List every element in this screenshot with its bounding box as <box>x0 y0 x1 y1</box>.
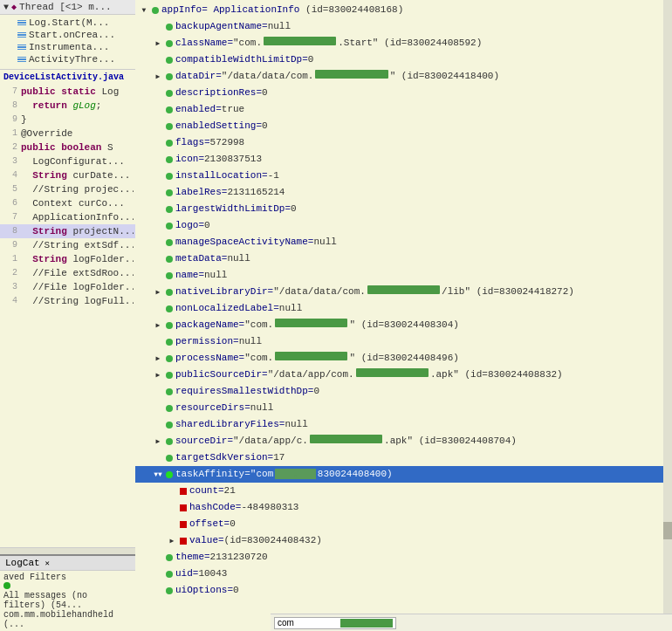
expand-arrow[interactable] <box>153 287 163 298</box>
thread-item-icon <box>17 20 26 26</box>
thread-header[interactable]: ▼ ◆ Thread [<1> m... <box>0 0 135 15</box>
var-value: 0 <box>291 202 297 216</box>
var-value: "/data/app/c. .apk" (id=830024408704) <box>233 434 517 449</box>
expand-arrow[interactable] <box>167 536 177 546</box>
var-dot <box>180 504 187 511</box>
var-row[interactable]: packageName= "com. " (id=830024408304) <box>135 317 672 333</box>
var-row[interactable]: compatibleWidthLimitDp= 0 <box>135 51 672 68</box>
filter-dot <box>3 582 10 589</box>
thread-item[interactable]: Instrumenta... <box>0 41 135 53</box>
var-row[interactable]: enabled= true <box>135 101 672 118</box>
var-dot <box>166 422 173 429</box>
thread-collapse-arrow[interactable]: ▼ <box>3 3 9 12</box>
var-row[interactable]: sharedLibraryFiles= null <box>135 416 672 433</box>
var-row[interactable]: targetSdkVersion= 17 <box>135 449 672 466</box>
var-row[interactable]: value= (id=830024408432) <box>135 532 672 549</box>
var-row[interactable]: count= 21 <box>135 483 672 499</box>
h-scrollbar[interactable] <box>0 547 135 554</box>
var-row[interactable]: logo= 0 <box>135 217 672 234</box>
var-value: null <box>204 268 227 283</box>
var-row[interactable]: name= null <box>135 267 672 284</box>
vertical-scrollbar[interactable] <box>663 0 672 614</box>
var-row[interactable]: resourceDirs= null <box>135 400 672 416</box>
var-dot <box>166 189 173 196</box>
search-input-container[interactable] <box>274 617 396 629</box>
expand-arrow[interactable] <box>153 353 163 364</box>
var-row[interactable]: publicSourceDir= "/data/app/com. .apk" (… <box>135 367 672 383</box>
var-row[interactable]: enabledSetting= 0 <box>135 118 672 134</box>
var-row[interactable]: manageSpaceActivityName= null <box>135 234 672 250</box>
code-line: 9 } <box>0 113 135 127</box>
var-value: -484980313 <box>241 500 298 515</box>
thread-item-icon <box>17 45 26 51</box>
expand-arrow[interactable] <box>153 320 163 331</box>
var-value: 0 <box>308 52 314 67</box>
var-name: largestWidthLimitDp= <box>175 202 291 216</box>
logcat-close[interactable]: ✕ <box>45 559 50 568</box>
expand-arrow[interactable] <box>139 5 149 16</box>
var-row[interactable]: uiOptions= 0 <box>135 582 672 599</box>
expand-arrow[interactable] <box>153 72 163 82</box>
var-name: permission= <box>175 334 239 349</box>
var-dot <box>166 40 173 47</box>
left-panel: ▼ ◆ Thread [<1> m... Log.Start(M... Star… <box>0 0 135 631</box>
logcat-content: aved Filters All messages (no filters) (… <box>0 571 135 631</box>
scrollbar-thumb[interactable] <box>663 522 672 539</box>
var-value: "com. " (id=830024408496) <box>244 351 459 366</box>
var-value: 2130837513 <box>204 152 262 167</box>
var-name: hashCode= <box>189 500 241 515</box>
var-name: uiOptions= <box>175 583 233 598</box>
var-value: "/data/app/com. .apk" (id=830024408832) <box>268 367 563 382</box>
var-row[interactable]: largestWidthLimitDp= 0 <box>135 201 672 217</box>
expand-arrow[interactable] <box>153 436 163 447</box>
var-row[interactable]: requiresSmallestWidthDp= 0 <box>135 383 672 400</box>
var-tree: appInfo= ApplicationInfo (id=83002440816… <box>135 0 672 600</box>
var-value: null <box>227 251 250 266</box>
var-row[interactable]: descriptionRes= 0 <box>135 85 672 101</box>
var-name: enabledSetting= <box>175 119 262 134</box>
var-row[interactable]: installLocation= -1 <box>135 168 672 184</box>
var-row[interactable]: className= "com. .Start" (id=83002440859… <box>135 35 672 51</box>
var-name: metaData= <box>175 251 227 266</box>
var-row[interactable]: nonLocalizedLabel= null <box>135 300 672 317</box>
expand-arrow[interactable] <box>153 38 163 49</box>
var-dot <box>166 239 173 246</box>
thread-item[interactable]: Start.onCrea... <box>0 29 135 41</box>
var-row[interactable]: dataDir= "/data/data/com. " (id=83002441… <box>135 68 672 85</box>
var-row[interactable]: permission= null <box>135 333 672 350</box>
var-root-row[interactable]: appInfo= ApplicationInfo (id=83002440816… <box>135 2 672 18</box>
var-row[interactable]: processName= "com. " (id=830024408496) <box>135 350 672 367</box>
thread-item[interactable]: ActivityThre... <box>0 53 135 65</box>
var-row[interactable]: icon= 2130837513 <box>135 151 672 168</box>
expand-arrow[interactable] <box>153 370 163 381</box>
var-value: 0 <box>262 86 268 100</box>
var-row[interactable]: offset= 0 <box>135 516 672 532</box>
var-row[interactable]: nativeLibraryDir= "/data/data/com. /lib"… <box>135 284 672 300</box>
var-name: sharedLibraryFiles= <box>175 417 285 432</box>
search-input[interactable] <box>278 618 339 628</box>
var-row[interactable]: backupAgentName= null <box>135 18 672 35</box>
var-value: 21 <box>224 484 236 498</box>
var-row[interactable]: labelRes= 2131165214 <box>135 184 672 201</box>
var-row[interactable]: flags= 572998 <box>135 134 672 151</box>
logcat-label: LogCat <box>5 558 40 568</box>
var-row[interactable]: metaData= null <box>135 250 672 267</box>
var-row[interactable]: uid= 10043 <box>135 566 672 582</box>
expand-arrow[interactable]: ▼ <box>153 470 163 480</box>
var-row[interactable]: hashCode= -484980313 <box>135 499 672 516</box>
var-name: uid= <box>175 566 198 581</box>
var-name: dataDir= <box>175 69 222 84</box>
main-panel: appInfo= ApplicationInfo (id=83002440816… <box>135 0 672 631</box>
var-row[interactable]: theme= 2131230720 <box>135 549 672 566</box>
var-value: (id=830024408168) <box>299 3 403 17</box>
thread-item[interactable]: Log.Start(M... <box>0 17 135 29</box>
code-line: 6 Context curCo... <box>0 196 135 210</box>
var-value: 0 <box>233 583 239 598</box>
var-dot <box>166 355 173 362</box>
var-name: backupAgentName= <box>175 19 268 34</box>
var-name: requiresSmallestWidthDp= <box>175 384 313 399</box>
var-row[interactable]: sourceDir= "/data/app/c. .apk" (id=83002… <box>135 433 672 449</box>
var-dot <box>166 438 173 445</box>
var-row-taskaffinity[interactable]: ▼ taskAffinity= "com.830024408400) <box>135 466 672 483</box>
var-value: null <box>239 334 262 349</box>
